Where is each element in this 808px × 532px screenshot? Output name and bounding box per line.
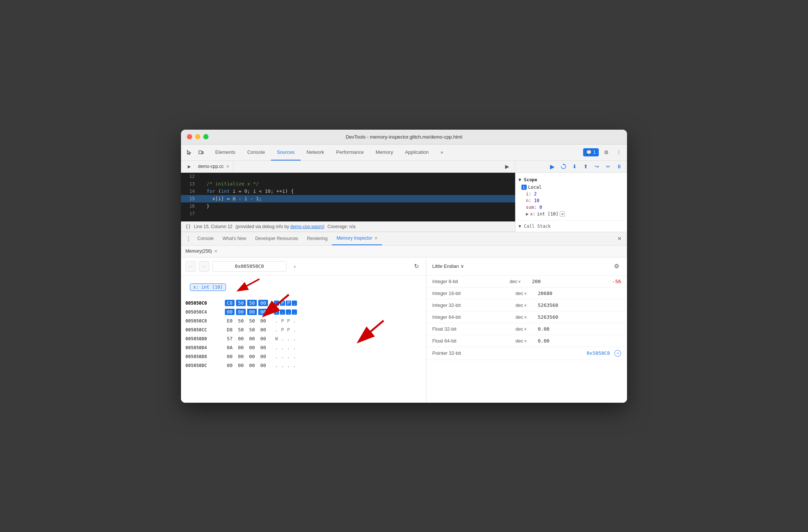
debug-deactivate-btn[interactable]: ✏ [603,162,613,171]
run-icon-btn[interactable]: ▶ [184,161,194,172]
hex-char-dot10: . [280,336,285,341]
debug-stepover-btn[interactable] [559,162,568,171]
more-btn[interactable]: ⋮ [614,147,624,158]
hex-byte-00f[interactable]: 00 [258,318,268,324]
tab-elements[interactable]: Elements [209,145,241,160]
address-go-btn[interactable]: › [290,261,300,272]
hex-byte-00e[interactable]: 00 [258,309,268,315]
tab-performance[interactable]: Performance [330,145,369,160]
hex-byte-00l[interactable]: 00 [247,344,257,351]
hex-back-btn[interactable]: ← [185,261,196,272]
hex-byte-00s[interactable]: 00 [236,362,246,369]
call-stack-header[interactable]: ▼ Call Stack [518,220,624,229]
hex-byte-0a[interactable]: 0A [225,344,235,351]
chat-badge-btn[interactable]: 💬 1 [583,148,599,156]
settings-btn[interactable]: ⚙ [601,147,611,158]
bottom-tab-console[interactable]: Console [193,232,218,245]
memory-tag[interactable]: x: int [10] [190,283,226,291]
hex-byte-00j[interactable]: 00 [258,335,268,342]
hex-byte-00h[interactable]: 00 [236,335,246,342]
format-float64[interactable]: dec ∨ [515,338,538,344]
format-int16[interactable]: dec ∨ [515,291,538,296]
scope-local-header[interactable]: L Local [521,184,624,191]
hex-byte-50a[interactable]: 50 [236,300,246,306]
memory-icon[interactable]: ⊞ [560,211,565,217]
cursor-icon-btn[interactable] [184,147,194,158]
scope-item-x[interactable]: ▶ x: int [10] ⊞ [521,211,624,217]
minimize-button[interactable] [195,134,200,139]
source-file-tab[interactable]: demo-cpp.cc ✕ [194,161,233,172]
format-int8[interactable]: dec ∨ [510,279,532,284]
window: DevTools - memory-inspector.glitch.me/de… [181,130,627,403]
hex-byte-57[interactable]: 57 [225,335,235,342]
hex-annotations: x: int [10] [181,276,426,299]
hex-byte-50e[interactable]: 50 [236,327,246,333]
memory-inspector-tab-close[interactable]: ✕ [374,236,378,241]
hex-byte-c8[interactable]: C8 [225,300,235,306]
hex-byte-00m[interactable]: 00 [258,344,268,351]
source-tab-close[interactable]: ✕ [226,164,229,169]
hex-fwd-btn[interactable]: → [199,261,209,272]
bottom-tab-devresources[interactable]: Developer Resources [251,232,303,245]
hex-byte-00p[interactable]: 00 [247,353,257,360]
value-ptr32[interactable]: 0x5050C8 → [587,350,621,357]
close-bottom-panel-btn[interactable]: ✕ [615,234,624,243]
hex-byte-50f[interactable]: 50 [247,327,257,333]
hex-byte-00r[interactable]: 00 [225,362,235,369]
address-input[interactable] [212,261,287,272]
tab-console[interactable]: Console [241,145,271,160]
hex-byte-00q[interactable]: 00 [258,353,268,360]
memory-tab-close-btn[interactable]: ✕ [214,249,217,254]
endian-select-btn[interactable]: Little Endian ∨ [432,263,464,269]
tab-more[interactable]: » [434,145,449,160]
code-line-13: 13 /* initialize x */ [181,180,515,188]
hex-byte-50c[interactable]: 50 [236,318,246,324]
hex-byte-d8[interactable]: D8 [225,327,235,333]
scope-item-i[interactable]: i: 2 [521,191,624,197]
bottom-tab-memoryinspector[interactable]: Memory Inspector ✕ [332,232,382,245]
tab-sources[interactable]: Sources [271,145,301,160]
hex-byte-00g[interactable]: 00 [258,327,268,333]
format-int32[interactable]: dec ∨ [515,302,538,308]
code-area: 12 13 /* initialize x */ 14 for (int i =… [181,173,515,221]
format-float32[interactable]: dec ∨ [515,326,538,332]
source-nav-right-btn[interactable]: ▶ [502,161,512,172]
hex-byte-00a[interactable]: 00 [258,300,268,306]
tab-network[interactable]: Network [301,145,330,160]
maximize-button[interactable] [203,134,209,139]
debug-resume-btn[interactable]: ▶ [547,162,557,171]
debug-pause-btn[interactable]: ⏸ [614,162,624,171]
hex-byte-50d[interactable]: 50 [247,318,257,324]
hex-byte-00o[interactable]: 00 [236,353,246,360]
hex-byte-00d[interactable]: 00 [247,309,257,315]
scope-item-sum[interactable]: sum: 0 [521,204,624,211]
values-settings-btn[interactable]: ⚙ [612,262,621,271]
bottom-tab-rendering[interactable]: Rendering [303,232,332,245]
top-toolbar: Elements Console Sources Network Perform… [181,145,627,161]
hex-byte-e0[interactable]: E0 [225,318,235,324]
hex-byte-00n[interactable]: 00 [225,353,235,360]
device-toolbar-btn[interactable] [196,147,206,158]
refresh-btn[interactable]: ↻ [411,261,421,272]
hex-byte-00c[interactable]: 00 [236,309,246,315]
tab-memory[interactable]: Memory [370,145,399,160]
line-num-14: 14 [181,189,198,194]
hex-char-P1: P [286,301,291,306]
bottom-tab-menu-btn[interactable]: ⋮ [184,234,193,243]
tab-application[interactable]: Application [399,145,435,160]
format-int64[interactable]: dec ∨ [515,314,538,320]
hex-byte-00b[interactable]: 00 [225,309,235,315]
memory-buffer-tab[interactable]: Memory(256) ✕ [185,249,217,254]
hex-byte-00k[interactable]: 00 [236,344,246,351]
bottom-tab-whatsnew[interactable]: What's New [218,232,251,245]
hex-byte-00t[interactable]: 00 [247,362,257,369]
ptr-navigate-icon[interactable]: → [614,350,621,357]
hex-byte-00i[interactable]: 00 [247,335,257,342]
debug-step-btn[interactable]: ↪ [592,162,602,171]
scope-item-n[interactable]: n: 10 [521,197,624,204]
hex-byte-00u[interactable]: 00 [258,362,268,369]
hex-byte-50b[interactable]: 50 [247,300,257,306]
debug-stepout-btn[interactable]: ⬆ [581,162,591,171]
close-button[interactable] [187,134,192,139]
debug-stepinto-btn[interactable]: ⬇ [570,162,579,171]
